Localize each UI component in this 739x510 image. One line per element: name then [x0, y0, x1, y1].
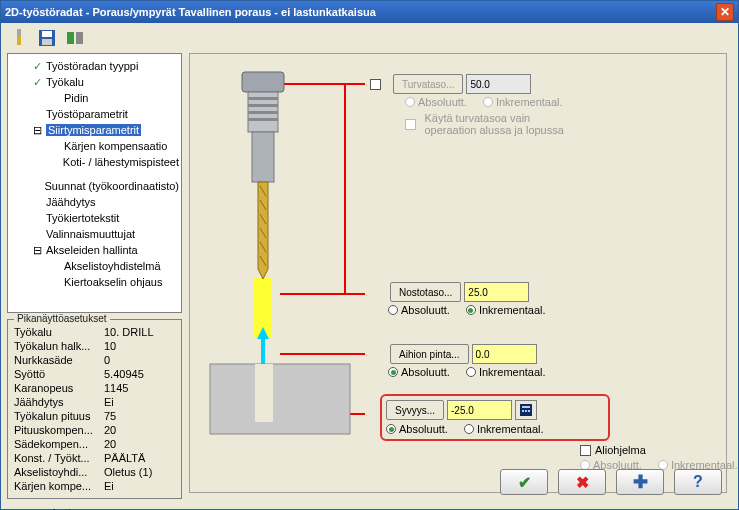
quick-value: 1145 — [104, 382, 175, 396]
quick-value: 5.40945 — [104, 368, 175, 382]
clearance-button[interactable]: Turvataso... — [393, 74, 463, 94]
quick-row: Sädekompen...20 — [14, 438, 175, 452]
retract-inc-radio[interactable] — [466, 305, 476, 315]
svg-rect-18 — [248, 118, 278, 121]
diagram-canvas: Turvataso... 50.0 Absoluutt. Inkrementaa… — [200, 64, 720, 464]
close-button[interactable]: ✕ — [716, 3, 734, 21]
quick-value: 20 — [104, 438, 175, 452]
quick-value: 10. DRILL — [104, 326, 175, 340]
svg-rect-19 — [252, 132, 274, 182]
titlebar: 2D-työstöradat - Poraus/ympyrät Tavallin… — [1, 1, 738, 23]
svg-rect-28 — [522, 406, 530, 408]
tree-item[interactable]: Akselistoyhdistelmä — [10, 258, 179, 274]
quick-settings-box: Pikanäyttöasetukset Työkalu10. DRILLTyök… — [7, 319, 182, 499]
retract-button[interactable]: Nostotaso... — [390, 282, 461, 302]
tree-item[interactable]: ⊟Akseleiden hallinta — [10, 242, 179, 258]
clearance-inc-radio — [483, 97, 493, 107]
tree-item[interactable]: Koti- / lähestymispisteet — [10, 154, 179, 170]
tool-icon[interactable] — [9, 28, 29, 48]
quick-value: Ei — [104, 480, 175, 494]
quick-row: Karanopeus1145 — [14, 382, 175, 396]
tree-item-label: Työkalu — [46, 76, 84, 88]
tree-item[interactable]: ⊟Siirtymisparametrit — [10, 122, 179, 138]
svg-rect-0 — [17, 29, 21, 35]
top-abs-radio[interactable] — [388, 367, 398, 377]
quick-label: Pituuskompen... — [14, 424, 104, 438]
svg-rect-13 — [242, 72, 284, 92]
quick-label: Työkalun halk... — [14, 340, 104, 354]
tree-item[interactable]: Suunnat (työkoordinaatisto) — [10, 178, 179, 194]
check-icon: ✓ — [28, 76, 46, 89]
add-button[interactable]: ✚ — [616, 469, 664, 495]
quick-row: Työkalun halk...10 — [14, 340, 175, 354]
tree-item[interactable]: Valinnaismuuttujat — [10, 226, 179, 242]
clearance-only-label: Käytä turvatasoa vain operaation alussa … — [424, 112, 575, 136]
quick-row: Työkalun pituus75 — [14, 410, 175, 424]
clearance-abs-radio — [405, 97, 415, 107]
sub-checkbox[interactable] — [580, 445, 591, 456]
clearance-only-row: Käytä turvatasoa vain operaation alussa … — [405, 112, 575, 136]
check-icon: ✓ — [28, 60, 46, 73]
depth-button[interactable]: Syvyys... — [386, 400, 444, 420]
depth-abs-radio[interactable] — [386, 424, 396, 434]
quick-value: Ei — [104, 396, 175, 410]
quick-label: Karanopeus — [14, 382, 104, 396]
tree-item[interactable]: Jäähdytys — [10, 194, 179, 210]
svg-rect-5 — [67, 32, 74, 44]
tree-item[interactable]: Työstöparametrit — [10, 106, 179, 122]
quick-row: Pituuskompen...20 — [14, 424, 175, 438]
retract-value[interactable]: 25.0 — [464, 282, 529, 302]
quick-row: Nurkkasäde0 — [14, 354, 175, 368]
tree-item-label: Akselistoyhdistelmä — [64, 260, 161, 272]
retract-abs-radio[interactable] — [388, 305, 398, 315]
quick-label: Työkalun pituus — [14, 410, 104, 424]
retract-abs-label: Absoluutt. — [401, 304, 450, 316]
tree-item-label: Siirtymisparametrit — [46, 124, 141, 136]
tree-item[interactable]: Työkiertotekstit — [10, 210, 179, 226]
misc-icon[interactable] — [65, 28, 85, 48]
quick-label: Syöttö — [14, 368, 104, 382]
top-value[interactable]: 0.0 — [472, 344, 537, 364]
svg-rect-3 — [42, 31, 52, 37]
tree-item[interactable]: Kärjen kompensaatio — [10, 138, 179, 154]
quick-value: Oletus (1) — [104, 466, 175, 480]
dialog-button-bar: ✔ ✖ ✚ ? — [500, 469, 722, 495]
top-button[interactable]: Aihion pinta... — [390, 344, 469, 364]
main-panel: Turvataso... 50.0 Absoluutt. Inkrementaa… — [189, 53, 727, 493]
help-button[interactable]: ? — [674, 469, 722, 495]
svg-rect-16 — [248, 104, 278, 107]
svg-rect-1 — [17, 35, 21, 45]
tree-item[interactable]: Kiertoakselin ohjaus — [10, 274, 179, 290]
depth-group: Syvyys... -25.0 Absoluutt. Inkrementaal. — [380, 394, 610, 441]
sub-label: Aliohjelma — [595, 444, 646, 456]
tree-mark: ⊟ — [28, 124, 46, 137]
nav-tree[interactable]: ✓Työstöradan tyyppi✓TyökaluPidinTyöstöpa… — [7, 53, 182, 313]
quick-row: Syöttö5.40945 — [14, 368, 175, 382]
cancel-button[interactable]: ✖ — [558, 469, 606, 495]
top-inc-radio[interactable] — [466, 367, 476, 377]
ok-button[interactable]: ✔ — [500, 469, 548, 495]
svg-rect-29 — [522, 410, 524, 412]
clearance-row: Turvataso... 50.0 — [370, 74, 531, 94]
tree-item-label: Valinnaismuuttujat — [46, 228, 135, 240]
tree-item-label: Työstöradan tyyppi — [46, 60, 138, 72]
calculator-icon — [519, 403, 533, 417]
top-inc-label: Inkrementaal. — [479, 366, 546, 378]
depth-value[interactable]: -25.0 — [447, 400, 512, 420]
quick-row: Kärjen kompe...Ei — [14, 480, 175, 494]
clearance-checkbox[interactable] — [370, 79, 381, 90]
depth-inc-radio[interactable] — [464, 424, 474, 434]
quick-value: PÄÄLTÄ — [104, 452, 175, 466]
tree-item-label: Kiertoakselin ohjaus — [64, 276, 162, 288]
retract-row: Nostotaso... 25.0 — [390, 282, 529, 302]
svg-rect-30 — [525, 410, 527, 412]
tree-item[interactable]: ✓Työstöradan tyyppi — [10, 58, 179, 74]
tree-item[interactable]: Pidin — [10, 90, 179, 106]
dialog-window: 2D-työstöradat - Poraus/ympyrät Tavallin… — [0, 0, 739, 510]
tree-item[interactable]: ✓Työkalu — [10, 74, 179, 90]
quick-label: Työkalu — [14, 326, 104, 340]
tree-item-label: Työkiertotekstit — [46, 212, 119, 224]
save-icon[interactable] — [37, 28, 57, 48]
depth-calc-button[interactable] — [515, 400, 537, 420]
clearance-inc-label: Inkrementaal. — [496, 96, 563, 108]
